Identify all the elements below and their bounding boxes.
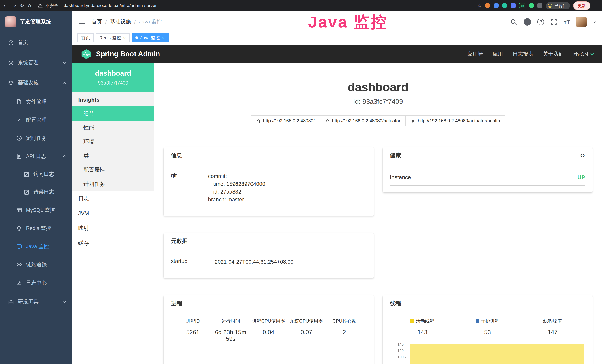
sidebar-item-mysql-monitor[interactable]: MySQL 监控 [0, 201, 72, 219]
sidebar-item-error-log[interactable]: 错误日志 [0, 183, 72, 201]
extension-on-badge[interactable]: on [519, 3, 526, 8]
process-col-value: 5261 [174, 329, 212, 342]
sba-nav-applications[interactable]: 应用 [493, 51, 503, 57]
extension-icon[interactable] [502, 3, 507, 8]
profile-sync-paused-chip[interactable]: 已暂停 [546, 2, 570, 9]
briefcase-icon [8, 299, 14, 305]
bookmark-star-icon[interactable] [477, 3, 482, 8]
sidebar-item-redis-monitor[interactable]: Redis 监控 [0, 219, 72, 237]
fullscreen-icon[interactable] [550, 18, 558, 25]
sidebar-item-log-center[interactable]: 日志中心 [0, 274, 72, 292]
app-logo[interactable]: 芋道管理系统 [0, 11, 72, 33]
sidebar-item-infrastructure[interactable]: 基础设施 [0, 73, 72, 93]
reload-icon[interactable] [20, 3, 24, 8]
forward-icon[interactable] [12, 3, 16, 8]
close-icon[interactable] [123, 36, 126, 40]
sba-menu-details[interactable]: 细节 [72, 107, 154, 120]
font-size-icon[interactable]: тT [564, 19, 570, 25]
chevron-up-icon [62, 81, 66, 85]
tab-java-monitor[interactable]: Java 监控 [132, 33, 169, 42]
breadcrumb-infrastructure[interactable]: 基础设施 [110, 19, 131, 25]
sidebar-item-tracing[interactable]: 链路追踪 [0, 256, 72, 274]
sba-menu-caches[interactable]: 缓存 [72, 236, 154, 250]
card-title: 进程 [163, 295, 374, 312]
health-url-button[interactable]: http://192.168.0.2:48080/actuator/health [405, 115, 505, 127]
main-sidebar: 芋道管理系统 首页 系统管理 基础设施 文件管理 配 [0, 11, 72, 364]
sba-menu-jvm[interactable]: JVM [72, 206, 154, 221]
card-body: 活动线程 143 守护进程 53 线程峰值 [383, 312, 592, 364]
service-url-button[interactable]: http://192.168.0.2:48080/ [250, 115, 320, 127]
process-col-label: 进程CPU使用率 [249, 318, 287, 324]
sidebar-item-file-manage[interactable]: 文件管理 [0, 93, 72, 111]
home-icon[interactable] [28, 3, 31, 8]
health-instance-label: Instance [390, 174, 411, 180]
sidebar-item-label: 定时任务 [26, 135, 47, 141]
sba-nav-links: 应用墙 应用 日志报表 关于我们 zh-CN [467, 51, 594, 57]
actuator-url-button[interactable]: http://192.168.0.2:48080/actuator [320, 115, 406, 127]
sba-menu-scheduled-tasks[interactable]: 计划任务 [72, 177, 154, 191]
sba-brand-title[interactable]: Spring Boot Admin [96, 50, 160, 58]
sidebar-item-label: 日志中心 [26, 279, 47, 286]
legend-label: 活动线程 [416, 319, 434, 324]
instance-name: dashboard [75, 69, 151, 77]
sba-instance-header[interactable]: dashboard 93a3fc7f7409 [72, 64, 154, 92]
sba-menu-classes[interactable]: 类 [72, 149, 154, 163]
extension-icon[interactable] [485, 3, 490, 8]
tab-redis-monitor[interactable]: Redis 监控 [96, 33, 130, 42]
sba-nav-wallboard[interactable]: 应用墙 [467, 51, 483, 57]
sba-menu-environment[interactable]: 环境 [72, 135, 154, 149]
extensions-puzzle-icon[interactable] [538, 3, 543, 8]
sba-main-panel: dashboard Id: 93a3fc7f7409 http://192.16… [154, 64, 602, 364]
sba-menu-configprops[interactable]: 配置属性 [72, 163, 154, 177]
help-icon[interactable] [538, 19, 544, 25]
sidebar-item-system[interactable]: 系统管理 [0, 53, 72, 73]
close-icon[interactable] [162, 36, 165, 40]
card-body: Instance UP [383, 164, 592, 193]
tab-label: 首页 [81, 35, 90, 41]
extension-icon[interactable] [529, 3, 534, 8]
sidebar-item-java-monitor[interactable]: Java 监控 [0, 237, 72, 256]
git-line: commit: [208, 172, 366, 180]
card-title: 线程 [383, 295, 592, 312]
back-icon[interactable] [4, 3, 8, 8]
history-icon[interactable] [580, 153, 585, 159]
github-icon[interactable] [524, 18, 531, 26]
y-axis-tick: 140 [393, 342, 406, 346]
file-icon [16, 99, 22, 105]
sidebar-item-label: 配置管理 [26, 117, 47, 123]
chevron-down-icon [62, 300, 66, 304]
browser-menu-icon[interactable] [594, 3, 599, 8]
sidebar-item-scheduled-jobs[interactable]: 定时任务 [0, 129, 72, 147]
sba-menu-logs[interactable]: 日志 [72, 191, 154, 206]
sidebar-toggle-icon[interactable] [78, 18, 86, 26]
sidebar-item-api-log[interactable]: API 日志 [0, 147, 72, 165]
sba-locale-select[interactable]: zh-CN [573, 51, 594, 57]
tab-home[interactable]: 首页 [77, 33, 94, 42]
clock-icon [16, 135, 22, 141]
sidebar-item-config-manage[interactable]: 配置管理 [0, 111, 72, 129]
service-url: http://192.168.0.2:48080/ [263, 118, 315, 124]
sba-menu-mappings[interactable]: 映射 [72, 221, 154, 236]
extension-icon[interactable] [494, 3, 499, 8]
sidebar-item-dev-tools[interactable]: 研发工具 [0, 292, 72, 312]
sba-nav-journal[interactable]: 日志报表 [513, 51, 533, 57]
search-icon[interactable] [510, 18, 517, 25]
user-avatar[interactable] [576, 17, 587, 27]
sba-nav-about[interactable]: 关于我们 [543, 51, 564, 57]
sidebar-item-access-log[interactable]: 访问日志 [0, 165, 72, 183]
sidebar-item-home[interactable]: 首页 [0, 33, 72, 53]
avatar-caret-icon[interactable] [593, 20, 596, 23]
status-badge: UP [577, 174, 585, 180]
extension-icon[interactable] [511, 3, 516, 8]
sidebar-item-label: API 日志 [26, 153, 46, 160]
sidebar-item-label: 基础设施 [18, 79, 39, 86]
browser-update-button[interactable]: 更新 [573, 1, 590, 10]
wrench-icon [325, 118, 329, 123]
git-line: time: 1596289704000 [208, 180, 366, 188]
instance-title: dashboard [154, 80, 602, 94]
spring-boot-admin-logo-icon [80, 49, 92, 59]
sba-menu-metrics[interactable]: 性能 [72, 120, 154, 135]
breadcrumb-home[interactable]: 首页 [92, 19, 102, 25]
legend-label: 守护进程 [481, 319, 499, 324]
address-bar[interactable]: 不安全 dashboard.yudao.iocoder.cn/infra/adm… [35, 3, 473, 8]
